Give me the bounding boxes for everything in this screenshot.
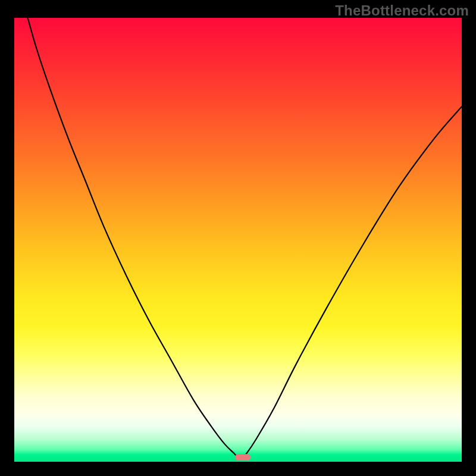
plot-area [14, 18, 462, 462]
figure-container: TheBottleneck.com [0, 0, 476, 476]
optimum-marker [235, 454, 250, 461]
watermark-text: TheBottleneck.com [335, 2, 469, 19]
bottleneck-curve [14, 18, 462, 462]
